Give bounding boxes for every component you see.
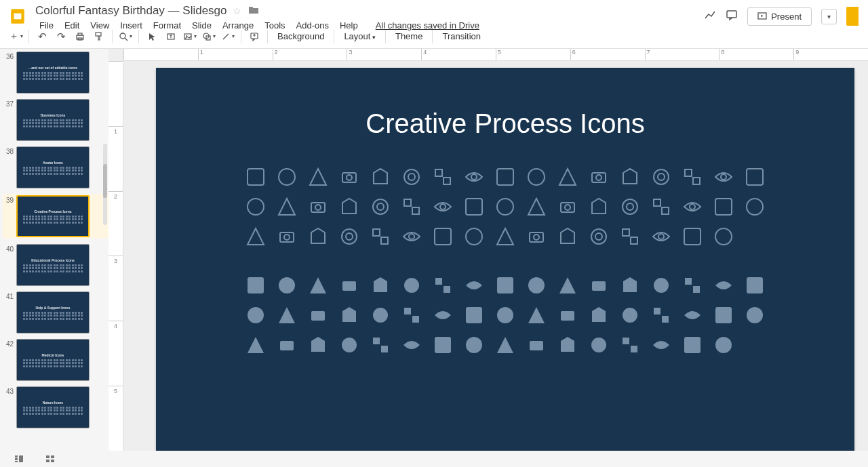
- outline-icon-49[interactable]: [713, 226, 734, 247]
- filmstrip[interactable]: 36...and our set of editable icons37Busi…: [0, 49, 108, 451]
- move-folder-icon[interactable]: [248, 5, 259, 17]
- outline-icon-11[interactable]: [588, 166, 610, 188]
- filled-icon-12[interactable]: [619, 275, 641, 296]
- outline-icon-0[interactable]: [245, 166, 267, 188]
- outline-icon-33[interactable]: [744, 196, 766, 218]
- outline-icon-12[interactable]: [619, 166, 641, 188]
- filled-icon-31[interactable]: [682, 304, 703, 326]
- filled-icon-49[interactable]: [713, 334, 734, 356]
- outline-icon-6[interactable]: [432, 166, 454, 188]
- redo-button[interactable]: ↷: [52, 28, 70, 45]
- outline-icon-8[interactable]: [494, 166, 516, 188]
- filled-icon-27[interactable]: [557, 304, 578, 326]
- outline-icon-17[interactable]: [245, 196, 267, 218]
- activity-icon[interactable]: [704, 9, 716, 24]
- filled-icon-48[interactable]: [682, 334, 703, 356]
- filled-icon-33[interactable]: [744, 304, 766, 326]
- filled-icon-43[interactable]: [526, 334, 547, 356]
- filled-icon-6[interactable]: [432, 275, 454, 296]
- outline-icon-26[interactable]: [526, 196, 547, 218]
- outline-icon-29[interactable]: [619, 196, 641, 218]
- outline-icon-16[interactable]: [744, 166, 766, 188]
- outline-icon-39[interactable]: [401, 226, 422, 247]
- transition-button[interactable]: Transition: [437, 28, 486, 44]
- thumbnail-42[interactable]: 42Medical Icons: [3, 339, 108, 381]
- filled-icon-25[interactable]: [494, 304, 516, 326]
- filmstrip-scrollbar[interactable]: [103, 144, 107, 225]
- slide-canvas[interactable]: Creative Process Icons: [156, 68, 854, 451]
- filled-icon-19[interactable]: [307, 304, 329, 326]
- filled-icon-14[interactable]: [682, 275, 703, 296]
- shape-tool[interactable]: [200, 28, 218, 45]
- filled-icon-29[interactable]: [619, 304, 641, 326]
- outline-icon-7[interactable]: [463, 166, 485, 188]
- outline-icon-2[interactable]: [307, 166, 329, 188]
- filled-icon-39[interactable]: [401, 334, 422, 356]
- outline-icon-13[interactable]: [650, 166, 672, 188]
- filled-icon-7[interactable]: [463, 275, 485, 296]
- thumbnail-41[interactable]: 41Help & Support Icons: [3, 291, 108, 333]
- thumbnail-38[interactable]: 38Avatar Icons: [3, 146, 108, 188]
- document-title[interactable]: Colorful Fantasy Birthday — Slidesgo: [35, 4, 227, 18]
- outline-icon-18[interactable]: [276, 196, 298, 218]
- comment-tool[interactable]: [245, 28, 263, 45]
- outline-icon-35[interactable]: [276, 226, 298, 247]
- outline-icon-43[interactable]: [526, 226, 547, 247]
- outline-icon-31[interactable]: [682, 196, 703, 218]
- filled-icon-44[interactable]: [557, 334, 578, 356]
- thumbnail-36[interactable]: 36...and our set of editable icons: [3, 52, 108, 94]
- outline-icon-15[interactable]: [713, 166, 734, 188]
- filled-icon-42[interactable]: [494, 334, 516, 356]
- filled-icon-8[interactable]: [494, 275, 516, 296]
- outline-icon-34[interactable]: [245, 226, 267, 247]
- filled-icon-23[interactable]: [432, 304, 454, 326]
- filled-icon-21[interactable]: [370, 304, 391, 326]
- filled-icon-38[interactable]: [370, 334, 391, 356]
- filled-icon-11[interactable]: [588, 275, 610, 296]
- image-tool[interactable]: [181, 28, 199, 45]
- paint-format-button[interactable]: [90, 28, 108, 45]
- filled-icon-40[interactable]: [432, 334, 454, 356]
- outline-icon-27[interactable]: [557, 196, 578, 218]
- filled-icon-36[interactable]: [307, 334, 329, 356]
- filled-icon-41[interactable]: [463, 334, 485, 356]
- star-icon[interactable]: ☆: [233, 5, 241, 16]
- outline-icon-22[interactable]: [401, 196, 422, 218]
- grid-view-icon[interactable]: [45, 453, 56, 464]
- outline-icon-1[interactable]: [276, 166, 298, 188]
- filled-icon-30[interactable]: [650, 304, 672, 326]
- filled-icon-1[interactable]: [276, 275, 298, 296]
- filled-icon-45[interactable]: [588, 334, 610, 356]
- comments-icon[interactable]: [726, 9, 738, 24]
- filled-icon-18[interactable]: [276, 304, 298, 326]
- layout-button[interactable]: Layout: [338, 28, 381, 44]
- filled-icon-37[interactable]: [338, 334, 360, 356]
- outline-icon-4[interactable]: [370, 166, 391, 188]
- outline-icon-32[interactable]: [713, 196, 734, 218]
- filled-icon-0[interactable]: [245, 275, 267, 296]
- outline-icon-23[interactable]: [432, 196, 454, 218]
- filled-icon-24[interactable]: [463, 304, 485, 326]
- outline-icon-47[interactable]: [650, 226, 672, 247]
- filled-icon-22[interactable]: [401, 304, 422, 326]
- background-button[interactable]: Background: [272, 28, 330, 44]
- filled-icon-4[interactable]: [370, 275, 391, 296]
- filled-icon-5[interactable]: [401, 275, 422, 296]
- outline-icon-42[interactable]: [494, 226, 516, 247]
- filled-icon-15[interactable]: [713, 275, 734, 296]
- select-tool[interactable]: [143, 28, 161, 45]
- filled-icon-13[interactable]: [650, 275, 672, 296]
- filled-icon-47[interactable]: [650, 334, 672, 356]
- outline-icon-48[interactable]: [682, 226, 703, 247]
- thumbnail-40[interactable]: 40Educational Process Icons: [3, 244, 108, 286]
- outline-icon-46[interactable]: [619, 226, 641, 247]
- filled-icon-3[interactable]: [338, 275, 360, 296]
- outline-icon-5[interactable]: [401, 166, 422, 188]
- textbox-tool[interactable]: [162, 28, 180, 45]
- outline-icon-14[interactable]: [682, 166, 703, 188]
- user-avatar[interactable]: [846, 7, 859, 26]
- filled-icon-28[interactable]: [588, 304, 610, 326]
- outline-icon-9[interactable]: [526, 166, 547, 188]
- filled-icon-46[interactable]: [619, 334, 641, 356]
- outline-icon-41[interactable]: [463, 226, 485, 247]
